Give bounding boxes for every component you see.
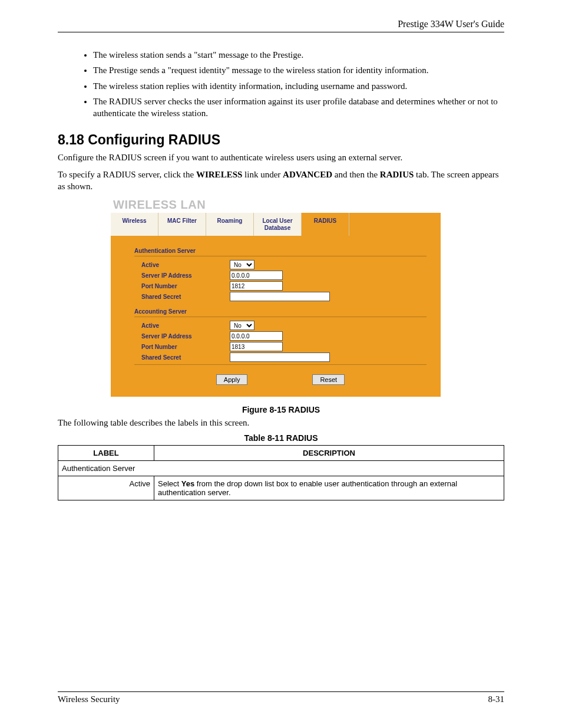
acct-secret-input[interactable]: [230, 353, 330, 362]
bullet-item: The wireless station replies with identi…: [93, 80, 504, 92]
footer-section: Wireless Security: [58, 694, 120, 704]
auth-section-header: Authentication Server: [134, 242, 427, 256]
page-footer: Wireless Security 8-31: [58, 691, 504, 704]
bullet-item: The Prestige sends a "request identity" …: [93, 64, 504, 76]
section-paragraph: Configure the RADIUS screen if you want …: [58, 151, 504, 163]
acct-port-label: Port Number: [134, 344, 230, 350]
table-row: Active Select Yes from the drop down lis…: [58, 476, 504, 500]
bullet-list: The wireless station sends a "start" mes…: [58, 49, 504, 119]
page-number: 8-31: [488, 694, 505, 704]
auth-port-input[interactable]: [230, 281, 283, 291]
auth-ip-label: Server IP Address: [134, 272, 230, 279]
col-description: DESCRIPTION: [154, 446, 504, 461]
auth-ip-input[interactable]: [230, 271, 283, 280]
acct-ip-input[interactable]: [230, 331, 283, 341]
running-header: Prestige 334W User's Guide: [58, 19, 504, 32]
auth-port-label: Port Number: [134, 283, 230, 289]
section-paragraph: To specify a RADIUS server, click the WI…: [58, 169, 504, 193]
acct-section-header: Accounting Server: [134, 302, 427, 317]
tab-bar: Wireless MAC Filter Roaming Local User D…: [111, 213, 441, 236]
radius-table: LABEL DESCRIPTION Authentication Server …: [58, 445, 504, 500]
tab-mac-filter[interactable]: MAC Filter: [158, 213, 206, 236]
table-caption: Table 8-11 RADIUS: [58, 433, 504, 443]
auth-active-label: Active: [134, 262, 230, 268]
screenshot-title: WIRELESS LAN: [113, 198, 441, 212]
section-heading: 8.18 Configuring RADIUS: [58, 132, 504, 148]
radius-screenshot: WIRELESS LAN Wireless MAC Filter Roaming…: [111, 198, 441, 397]
acct-secret-label: Shared Secret: [134, 354, 230, 361]
auth-active-select[interactable]: No: [230, 260, 254, 269]
tab-local-user-db[interactable]: Local User Database: [254, 213, 302, 236]
tab-wireless[interactable]: Wireless: [111, 213, 158, 236]
acct-port-input[interactable]: [230, 342, 283, 351]
table-intro: The following table describes the labels…: [58, 417, 504, 429]
auth-secret-label: Shared Secret: [134, 294, 230, 300]
bullet-item: The wireless station sends a "start" mes…: [93, 49, 504, 61]
reset-button[interactable]: Reset: [312, 374, 345, 385]
acct-ip-label: Server IP Address: [134, 333, 230, 340]
bullet-item: The RADIUS server checks the user inform…: [93, 95, 504, 120]
table-row: Authentication Server: [58, 461, 504, 476]
tab-roaming[interactable]: Roaming: [206, 213, 254, 236]
acct-active-label: Active: [134, 322, 230, 329]
col-label: LABEL: [58, 446, 154, 461]
acct-active-select[interactable]: No: [230, 321, 254, 330]
tab-radius[interactable]: RADIUS: [302, 213, 349, 236]
apply-button[interactable]: Apply: [216, 374, 248, 385]
auth-secret-input[interactable]: [230, 292, 330, 301]
figure-caption: Figure 8-15 RADIUS: [58, 405, 504, 414]
